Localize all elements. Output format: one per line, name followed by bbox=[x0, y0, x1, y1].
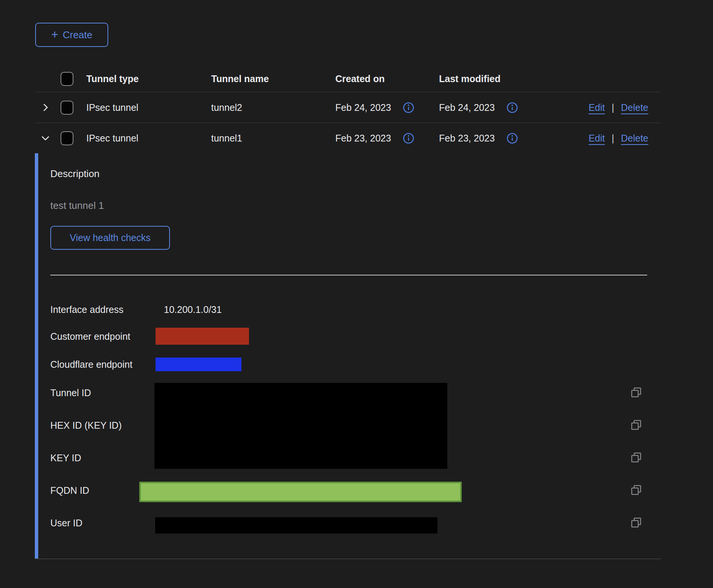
edit-link[interactable]: Edit bbox=[588, 102, 605, 113]
cell-last-modified: Feb 24, 2023 bbox=[439, 102, 495, 113]
header-tunnel-name: Tunnel name bbox=[211, 73, 335, 84]
delete-link[interactable]: Delete bbox=[621, 133, 648, 144]
customer-endpoint-redaction bbox=[156, 328, 249, 345]
action-separator: | bbox=[612, 133, 614, 144]
tunnels-table: Tunnel type Tunnel name Created on Last … bbox=[35, 65, 660, 153]
chevron-down-icon[interactable] bbox=[40, 133, 51, 143]
ipsec-tunnels-page: + Create Tunnel type Tunnel name Created… bbox=[0, 0, 713, 588]
cell-tunnel-type: IPsec tunnel bbox=[86, 133, 211, 144]
info-icon[interactable] bbox=[402, 101, 415, 114]
fqdn-id-redaction bbox=[139, 482, 462, 502]
table-row: IPsec tunnel tunnel2 Feb 24, 2023 Feb 24… bbox=[35, 92, 660, 123]
copy-icon[interactable] bbox=[630, 386, 642, 398]
cell-last-modified: Feb 23, 2023 bbox=[439, 133, 495, 144]
cell-tunnel-type: IPsec tunnel bbox=[86, 102, 211, 113]
copy-icon[interactable] bbox=[630, 484, 642, 496]
header-created-on: Created on bbox=[335, 73, 439, 84]
detail-label-hex-id: HEX ID (KEY ID) bbox=[50, 419, 121, 431]
detail-label-fqdn-id: FQDN ID bbox=[50, 484, 89, 496]
detail-label-cloudflare-endpoint: Cloudflare endpoint bbox=[50, 358, 132, 370]
detail-label-interface-address: Interface address bbox=[50, 303, 123, 316]
edit-link[interactable]: Edit bbox=[588, 133, 605, 144]
interface-address-value: 10.200.1.0/31 bbox=[164, 303, 222, 316]
create-button[interactable]: + Create bbox=[35, 23, 108, 47]
info-icon[interactable] bbox=[506, 132, 518, 145]
cloudflare-endpoint-redaction bbox=[156, 358, 241, 371]
detail-label-customer-endpoint: Customer endpoint bbox=[50, 330, 130, 342]
plus-icon: + bbox=[51, 28, 58, 40]
table-row: IPsec tunnel tunnel1 Feb 23, 2023 Feb 23… bbox=[35, 123, 660, 153]
detail-label-tunnel-id: Tunnel ID bbox=[50, 387, 91, 399]
header-last-modified: Last modified bbox=[439, 73, 584, 84]
row-checkbox[interactable] bbox=[61, 101, 73, 115]
table-bottom-divider bbox=[35, 558, 661, 559]
expanded-row-accent-bar bbox=[35, 153, 38, 558]
copy-icon[interactable] bbox=[630, 516, 642, 529]
detail-label-user-id: User ID bbox=[50, 517, 83, 529]
detail-label-key-id: KEY ID bbox=[50, 452, 81, 464]
select-all-checkbox[interactable] bbox=[61, 72, 73, 86]
description-value: test tunnel 1 bbox=[50, 200, 104, 212]
cell-created-on: Feb 23, 2023 bbox=[335, 133, 391, 144]
description-label: Description bbox=[50, 168, 100, 180]
create-button-label: Create bbox=[63, 29, 92, 41]
user-id-redaction bbox=[155, 517, 437, 534]
copy-icon[interactable] bbox=[630, 419, 642, 431]
info-icon[interactable] bbox=[402, 132, 415, 145]
cell-tunnel-name: tunnel1 bbox=[211, 133, 335, 144]
row-checkbox[interactable] bbox=[61, 131, 73, 145]
chevron-right-icon[interactable] bbox=[40, 102, 51, 113]
info-icon[interactable] bbox=[506, 101, 518, 114]
delete-link[interactable]: Delete bbox=[621, 102, 648, 113]
action-separator: | bbox=[612, 102, 614, 113]
section-divider bbox=[50, 275, 647, 275]
table-header: Tunnel type Tunnel name Created on Last … bbox=[35, 65, 660, 92]
header-tunnel-type: Tunnel type bbox=[86, 73, 211, 84]
tunnel-hex-key-ids-redaction bbox=[154, 383, 447, 469]
view-health-checks-button[interactable]: View health checks bbox=[50, 226, 170, 250]
cell-tunnel-name: tunnel2 bbox=[211, 102, 335, 113]
copy-icon[interactable] bbox=[630, 451, 642, 464]
cell-created-on: Feb 24, 2023 bbox=[335, 102, 391, 113]
